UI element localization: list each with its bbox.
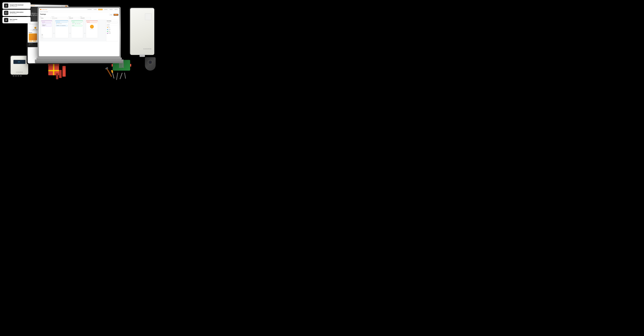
dashboard-breadcrumb: Rewards > Journey builder bbox=[39, 11, 120, 13]
search-item-points[interactable]: Points Earn a bonus bbox=[107, 27, 118, 28]
main-scene: Sungrow File Download Earn 300 points Ne… bbox=[0, 0, 161, 84]
search-category-rewards: REWARDS bbox=[107, 26, 118, 26]
rewards-node: REWARDS + Drop reward here bbox=[86, 21, 98, 38]
laptop-device: ☁ Loyalty Cloud CUSTOMERS JOURNEY REWARD… bbox=[38, 7, 121, 63]
camera-body bbox=[145, 57, 156, 71]
newsletter-icon bbox=[5, 12, 8, 14]
tool-bit-3 bbox=[121, 63, 122, 68]
gift-box bbox=[48, 63, 60, 75]
cosmetic-bottle-3 bbox=[56, 73, 58, 79]
search-item-voucher[interactable]: Voucher Earn a Voucher bbox=[107, 28, 118, 30]
tool-bit-2 bbox=[120, 63, 120, 68]
search-item-points-label: Points Earn a bonus bbox=[108, 27, 111, 28]
points-dot bbox=[107, 27, 108, 28]
notif-text-newsletter: Newsletter Subscription Get 150 points bbox=[10, 11, 24, 14]
cancel-button[interactable]: Cancel bbox=[109, 14, 113, 16]
dashboard-header: ☁ Loyalty Cloud CUSTOMERS JOURNEY REWARD… bbox=[39, 8, 120, 11]
nav-customers[interactable]: CUSTOMERS bbox=[87, 9, 92, 10]
zoom-settings-btn[interactable]: ⚙ bbox=[41, 34, 43, 36]
filters-header: FILTERS bbox=[72, 22, 82, 23]
search-item-badge[interactable]: Badge Earn a Badge bbox=[107, 30, 118, 32]
panel-brand: SUNGROW bbox=[143, 48, 152, 50]
cosmetic-bottle-1 bbox=[62, 66, 66, 77]
all-segment-tag: ALL bbox=[75, 23, 76, 24]
filters-body: Customers in ALL of these segments bbox=[72, 23, 82, 24]
dashboard-nav: CUSTOMERS JOURNEY REWARDS CHANNELS INSIG… bbox=[87, 9, 118, 10]
search-nodes-input[interactable] bbox=[107, 22, 118, 23]
filter-points: 29 points bbox=[72, 25, 82, 26]
form-group-start: Start date bbox=[68, 16, 79, 19]
inverter-ports bbox=[13, 74, 26, 77]
loyalty-cloud-badge: ☁ bbox=[40, 9, 41, 10]
condition-text: TeamMember is equal to Scratched Doctor bbox=[56, 25, 67, 26]
download-icon bbox=[5, 4, 8, 7]
rewards-header: REWARDS bbox=[87, 22, 97, 23]
name-input[interactable] bbox=[40, 17, 51, 19]
notif-card-courses[interactable]: New Courses Get points bbox=[2, 17, 30, 23]
nav-insights[interactable]: INSIGHTS bbox=[109, 9, 113, 10]
case-latch-left bbox=[112, 64, 113, 67]
notif-title-newsletter: Newsletter Subscription bbox=[10, 11, 24, 13]
notif-subtitle-download: Earn 300 points bbox=[10, 6, 23, 7]
tool-bit-1 bbox=[119, 63, 120, 68]
all-tag: All bbox=[56, 23, 57, 24]
form-row: Name Description Start date End dat bbox=[40, 16, 118, 19]
port-3 bbox=[18, 74, 19, 77]
notif-text-download: Sungrow File Download Earn 300 points bbox=[10, 4, 23, 7]
drop-here-label: Drop reward here bbox=[87, 29, 97, 30]
inverter-display: 30· bbox=[14, 60, 26, 64]
save-button[interactable]: Save ▾ bbox=[114, 14, 118, 16]
nav-reports[interactable]: REPORTS bbox=[114, 9, 118, 10]
trigger-label: Online ActivityTrainings bbox=[42, 25, 51, 26]
video-icon bbox=[5, 19, 8, 21]
notif-card-download[interactable]: Sungrow File Download Earn 300 points bbox=[2, 2, 30, 9]
zoom-out-btn[interactable]: − bbox=[41, 38, 43, 40]
form-group-desc: Description bbox=[52, 16, 68, 19]
inverter-body: 30· SUNGROW bbox=[11, 56, 28, 75]
notif-subtitle-newsletter: Get 150 points bbox=[10, 13, 24, 14]
start-date-input[interactable] bbox=[68, 17, 79, 19]
inverter-brand-left: SUNGROW bbox=[16, 72, 23, 73]
panel-square-detail bbox=[145, 13, 152, 20]
tablet-login-btn[interactable]: Save bbox=[65, 6, 67, 6]
conditions-node: CONDITIONS All of these must be true Tea… bbox=[55, 21, 68, 38]
dashboard-content: Trainings Cancel Save ▾ Name bbox=[39, 13, 120, 42]
notif-text-courses: New Courses Get points bbox=[10, 19, 17, 21]
download-icon-bg bbox=[4, 3, 8, 8]
notification-cards: Sungrow File Download Earn 300 points Ne… bbox=[2, 2, 30, 23]
nav-journey[interactable]: JOURNEY bbox=[93, 9, 98, 10]
search-item-voucher-label: Voucher Earn a Voucher bbox=[108, 29, 111, 30]
arrow-2 bbox=[69, 21, 70, 40]
stampcard-dot bbox=[107, 33, 108, 34]
triggers-header: TRIGGERS bbox=[42, 22, 52, 23]
form-group-end: End date bbox=[80, 16, 91, 19]
camera-lens bbox=[148, 60, 153, 65]
canvas-controls: ⚙ + − bbox=[41, 34, 43, 40]
panel-right: SUNGROW bbox=[130, 8, 157, 59]
search-item-stampcard-label: Stampcard Earn a Stam... bbox=[108, 32, 111, 34]
sungrow-club-badge-2: Sungrow Club bbox=[33, 41, 36, 41]
end-date-input[interactable] bbox=[80, 17, 91, 19]
condition-item: TeamMember is equal to Scratched Doctor bbox=[56, 25, 68, 26]
nav-channels[interactable]: CHANNELS bbox=[104, 9, 108, 10]
port-4 bbox=[20, 74, 22, 77]
rewards-drop-zone: + bbox=[87, 25, 97, 28]
end-date-label: End date bbox=[80, 16, 91, 17]
name-label: Name bbox=[40, 16, 51, 17]
search-item-stampcard[interactable]: Stampcard Earn a Stam... bbox=[107, 32, 118, 34]
panel-body: SUNGROW bbox=[130, 8, 154, 55]
newsletter-icon-bg bbox=[4, 11, 8, 15]
nav-rewards[interactable]: REWARDS bbox=[98, 9, 103, 10]
courses-icon-bg bbox=[4, 18, 8, 22]
filters-node: FILTERS Customers in ALL of these segmen… bbox=[71, 21, 83, 38]
start-date-label: Start date bbox=[68, 16, 79, 17]
trigger-sub: ✦ ✦ ✦ bbox=[42, 24, 51, 24]
tool-wrench-1 bbox=[122, 63, 123, 68]
notif-card-newsletter[interactable]: Newsletter Subscription Get 150 points bbox=[2, 10, 30, 16]
description-input[interactable] bbox=[52, 17, 68, 19]
description-label: Description bbox=[52, 16, 68, 17]
search-category-triggers: TRIGGERS bbox=[107, 24, 118, 25]
zoom-in-btn[interactable]: + bbox=[41, 36, 43, 38]
search-item-badge-label: Badge Earn a Badge bbox=[108, 31, 111, 32]
conditions-header: CONDITIONS bbox=[56, 22, 68, 23]
